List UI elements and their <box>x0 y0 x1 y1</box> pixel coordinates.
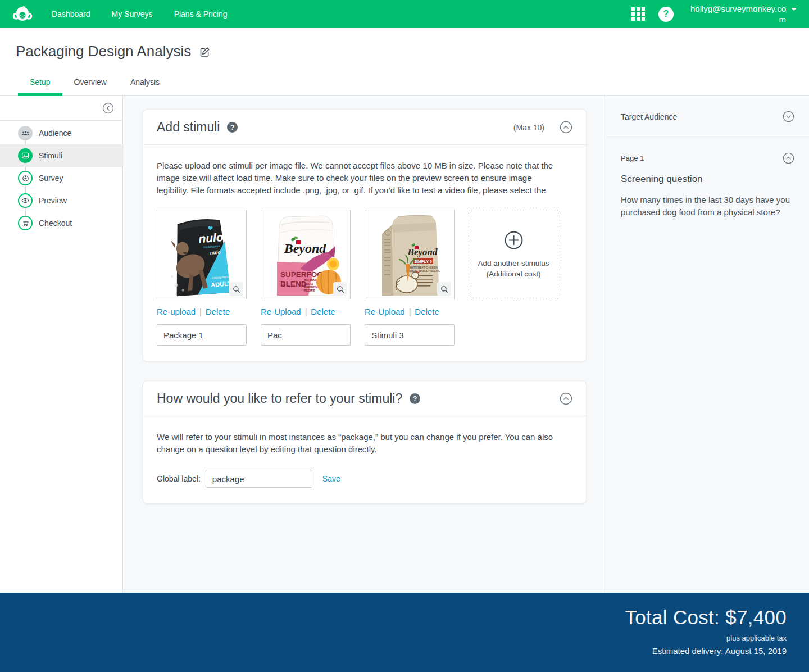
stimulus-name-input[interactable]: Pac <box>261 324 351 346</box>
svg-text:& WHOLE BARLEY RECIPE: & WHOLE BARLEY RECIPE <box>406 270 440 273</box>
nav-dashboard[interactable]: Dashboard <box>52 10 90 19</box>
estimated-delivery: Estimated delivery: August 15, 2019 <box>22 646 787 656</box>
stimulus-name-input[interactable] <box>157 324 247 346</box>
stimulus-image-nulo[interactable]: nulo medalseries <box>157 210 247 299</box>
stimulus-tile-1: nulo medalseries <box>157 210 247 346</box>
steps-sidebar: Audience Stimuli Survey <box>0 96 123 593</box>
page-title: Packaging Design Analysis <box>16 43 191 60</box>
account-menu[interactable]: hollyg@surveymonkey.com <box>687 3 797 25</box>
target-audience-section[interactable]: Target Audience <box>606 96 809 138</box>
global-label-input[interactable] <box>206 470 312 488</box>
sidebar-item-label: Survey <box>39 174 63 183</box>
tab-overview[interactable]: Overview <box>62 70 119 95</box>
nav-my-surveys[interactable]: My Surveys <box>112 10 153 19</box>
max-stimuli-note: (Max 10) <box>513 123 544 132</box>
svg-text:nulo: nulo <box>210 249 221 256</box>
global-label-text: Global label: <box>157 474 201 483</box>
plus-icon <box>503 230 524 251</box>
caret-down-icon <box>791 8 797 11</box>
sidebar-header <box>0 96 122 121</box>
stimuli-icon <box>18 148 33 163</box>
page-label: Page 1 <box>621 154 644 162</box>
title-row: Packaging Design Analysis <box>0 28 809 60</box>
tab-bar: Setup Overview Analysis <box>0 70 809 96</box>
screening-question-title: Screening question <box>621 174 794 185</box>
sidebar-item-label: Audience <box>39 129 71 138</box>
delete-link[interactable]: Delete <box>311 307 335 316</box>
target-audience-label: Target Audience <box>621 112 677 121</box>
link-divider: | <box>199 307 202 316</box>
svg-text:Beyond: Beyond <box>407 247 438 257</box>
total-cost: Total Cost: $7,400 <box>22 606 787 629</box>
help-icon[interactable]: ? <box>410 393 420 404</box>
page-1-section: Page 1 Screening question How many times… <box>606 138 809 219</box>
cost-footer: Total Cost: $7,400 plus applicable tax E… <box>0 593 809 672</box>
zoom-icon[interactable] <box>333 282 347 296</box>
reupload-link[interactable]: Re-Upload <box>365 307 405 316</box>
reupload-link[interactable]: Re-Upload <box>261 307 301 316</box>
link-divider: | <box>305 307 307 316</box>
screening-question-text: How many times in the last 30 days have … <box>621 194 794 219</box>
card-title: How would you like to refer to your stim… <box>157 391 402 406</box>
reupload-link[interactable]: Re-upload <box>157 307 196 316</box>
svg-text:WHITE MEAT CHICKEN: WHITE MEAT CHICKEN <box>409 266 438 269</box>
edit-icon[interactable] <box>199 46 211 58</box>
svg-text:nulo: nulo <box>198 230 224 245</box>
main-content: Add stimuli ? (Max 10) Please upload one… <box>123 96 606 593</box>
sidebar-item-label: Checkout <box>39 219 72 228</box>
preview-icon <box>18 193 33 208</box>
stimulus-tile-3: Beyond SIMPLY 9 WHITE MEAT CHICKEN & WHO… <box>365 210 455 346</box>
audience-icon <box>18 126 33 140</box>
link-divider: | <box>409 307 411 316</box>
chevron-up-icon[interactable] <box>560 392 572 405</box>
text-cursor <box>283 330 283 340</box>
delete-link[interactable]: Delete <box>206 307 230 316</box>
zoom-icon[interactable] <box>437 282 451 296</box>
upload-instructions: Please upload one stimuli per image file… <box>157 160 565 197</box>
checkout-icon <box>18 216 33 230</box>
nav-plans-pricing[interactable]: Plans & Pricing <box>174 10 228 19</box>
survey-outline-panel: Target Audience Page 1 Screening questio… <box>606 96 809 593</box>
stimulus-name-input[interactable] <box>365 324 455 346</box>
sidebar-item-stimuli[interactable]: Stimuli <box>0 144 122 167</box>
card-title: Add stimuli <box>157 120 220 135</box>
svg-text:BLEND: BLEND <box>280 280 307 288</box>
sidebar-item-audience[interactable]: Audience <box>0 122 122 144</box>
tab-setup[interactable]: Setup <box>18 70 62 95</box>
stimulus-image-beyond-superfood[interactable]: Beyond SUPERFOOD BLEND SALMON, EGG & PUM… <box>261 210 351 299</box>
stimulus-tile-2: Beyond SUPERFOOD BLEND SALMON, EGG & PUM… <box>261 210 351 346</box>
tab-analysis[interactable]: Analysis <box>119 70 171 95</box>
sidebar-item-checkout[interactable]: Checkout <box>0 212 122 234</box>
help-icon[interactable]: ? <box>227 122 238 133</box>
surveymonkey-logo-icon[interactable] <box>12 4 33 24</box>
collapse-sidebar-icon[interactable] <box>102 102 114 114</box>
top-nav: Dashboard My Surveys Plans & Pricing ? h… <box>0 0 809 28</box>
zoom-icon[interactable] <box>229 282 243 296</box>
stimulus-name-value: Pac <box>267 330 282 340</box>
svg-text:ADULT: ADULT <box>211 280 231 288</box>
account-email: hollyg@surveymonkey.com <box>687 3 786 25</box>
save-button[interactable]: Save <box>322 474 340 483</box>
delete-link[interactable]: Delete <box>415 307 439 316</box>
chevron-up-icon[interactable] <box>560 121 572 134</box>
svg-text:SIMPLY 9: SIMPLY 9 <box>414 260 431 264</box>
stimuli-label-card: How would you like to refer to your stim… <box>143 380 587 504</box>
sidebar-item-label: Stimuli <box>39 151 62 160</box>
apps-grid-icon[interactable] <box>631 7 645 21</box>
sidebar-item-preview[interactable]: Preview <box>0 189 122 212</box>
add-stimulus-button[interactable]: Add another stimulus (Additional cost) <box>469 210 558 299</box>
stimulus-image-beyond-simply[interactable]: Beyond SIMPLY 9 WHITE MEAT CHICKEN & WHO… <box>365 210 455 299</box>
svg-text:RECIPE: RECIPE <box>304 289 315 292</box>
chevron-up-icon[interactable] <box>783 152 794 164</box>
help-icon[interactable]: ? <box>658 7 674 22</box>
add-stimulus-label: Add another stimulus (Additional cost) <box>478 258 549 279</box>
survey-icon <box>18 171 33 185</box>
svg-text:Beyond: Beyond <box>284 241 327 256</box>
tax-note: plus applicable tax <box>22 634 787 642</box>
label-instructions: We will refer to your stimuli in most in… <box>157 431 565 456</box>
chevron-down-icon[interactable] <box>783 111 794 122</box>
sidebar-item-label: Preview <box>39 196 67 205</box>
add-stimuli-card: Add stimuli ? (Max 10) Please upload one… <box>143 109 587 362</box>
sidebar-item-survey[interactable]: Survey <box>0 167 122 189</box>
